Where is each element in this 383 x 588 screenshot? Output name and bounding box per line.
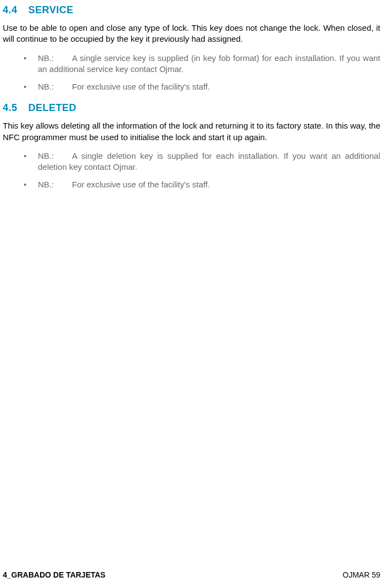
section-heading-4-5: 4.5DELETED [3,102,380,114]
section-body-4-4: Use to be able to open and close any typ… [3,23,380,45]
list-item: NB.:For exclusive use of the facility's … [24,81,380,92]
nb-text: A single deletion key is supplied for ea… [38,151,380,171]
section-number: 4.4 [3,4,18,16]
footer-left: 4_GRABADO DE TARJETAS [3,570,106,579]
nb-label: NB.: [38,179,72,190]
bullet-list-4-5: NB.:A single deletion key is supplied fo… [3,151,380,191]
section-title: DELETED [29,102,77,114]
section-body-4-5: This key allows deleting all the informa… [3,120,380,143]
footer-right: OJMAR 59 [343,570,380,579]
bullet-list-4-4: NB.:A single service key is supplied (in… [3,53,380,93]
section-4-4: 4.4SERVICE Use to be able to open and cl… [3,4,380,92]
section-4-5: 4.5DELETED This key allows deleting all … [3,102,380,190]
nb-text: For exclusive use of the facility's staf… [72,180,210,189]
list-item: NB.:For exclusive use of the facility's … [24,179,380,190]
nb-text: A single service key is supplied (in key… [38,53,380,74]
nb-label: NB.: [38,81,72,92]
nb-label: NB.: [38,151,72,162]
section-heading-4-4: 4.4SERVICE [3,4,380,16]
nb-text: For exclusive use of the facility's staf… [72,82,210,91]
list-item: NB.:A single deletion key is supplied fo… [24,151,380,173]
list-item: NB.:A single service key is supplied (in… [24,53,380,75]
section-title: SERVICE [29,4,74,16]
nb-label: NB.: [38,53,72,64]
section-number: 4.5 [3,102,18,114]
page-footer: 4_GRABADO DE TARJETAS OJMAR 59 [3,570,380,579]
